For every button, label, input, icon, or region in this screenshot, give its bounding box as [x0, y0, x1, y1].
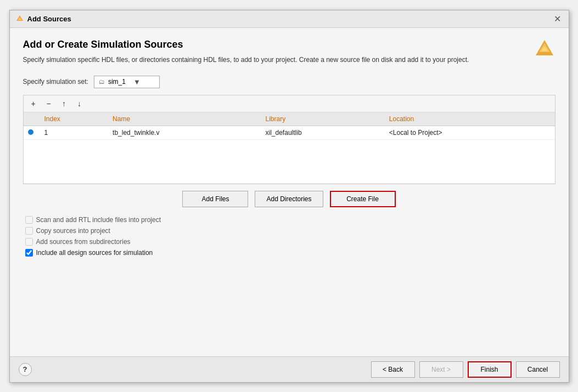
add-subdirs-checkbox[interactable] — [25, 238, 33, 246]
remove-file-toolbar-button[interactable]: − — [42, 98, 55, 110]
sim-set-folder-icon: 🗂 — [99, 78, 105, 85]
help-button[interactable]: ? — [19, 363, 32, 376]
back-button[interactable]: < Back — [371, 361, 415, 378]
option-scan-rtl: Scan and add RTL include files into proj… — [25, 216, 553, 224]
include-design-label: Include all design sources for simulatio… — [36, 249, 153, 257]
sim-set-label: Specify simulation set: — [23, 78, 88, 86]
sim-set-dropdown[interactable]: 🗂 sim_1 ▼ — [94, 76, 160, 88]
action-buttons-row: Add Files Add Directories Create File — [23, 191, 555, 207]
page-title: Add or Create Simulation Sources — [23, 39, 555, 50]
bottom-left: ? — [19, 363, 32, 376]
row-status-dot — [28, 129, 33, 135]
col-header-name: Name — [108, 112, 261, 126]
dialog-title: Add Sources — [27, 15, 71, 23]
add-file-toolbar-button[interactable]: + — [27, 98, 40, 110]
add-subdirs-label: Add sources from subdirectories — [36, 238, 131, 246]
create-file-button[interactable]: Create File — [330, 191, 396, 207]
copy-sources-label: Copy sources into project — [36, 227, 110, 235]
col-header-dot — [24, 112, 40, 126]
option-copy-sources: Copy sources into project — [25, 227, 553, 235]
file-table-container: + − ↑ ↓ Index Name Library Location — [23, 95, 555, 184]
add-sources-dialog: Add Sources ✕ Add or Create Simulation S… — [9, 10, 569, 383]
dropdown-arrow-icon: ▼ — [133, 78, 141, 86]
option-add-subdirs: Add sources from subdirectories — [25, 238, 553, 246]
col-header-location: Location — [385, 112, 555, 126]
file-toolbar: + − ↑ ↓ — [24, 95, 555, 112]
title-bar: Add Sources ✕ — [10, 10, 569, 28]
logo-area — [534, 38, 555, 61]
vivado-logo — [534, 38, 555, 60]
table-row[interactable]: 1 tb_led_twinkle.v xil_defaultlib <Local… — [24, 126, 555, 139]
copy-sources-checkbox[interactable] — [25, 227, 33, 235]
option-include-design: Include all design sources for simulatio… — [25, 249, 553, 257]
cancel-button[interactable]: Cancel — [516, 361, 560, 378]
scan-rtl-label: Scan and add RTL include files into proj… — [36, 216, 161, 224]
bottom-right: < Back Next > Finish Cancel — [371, 361, 560, 378]
options-area: Scan and add RTL include files into proj… — [23, 216, 555, 257]
add-directories-button[interactable]: Add Directories — [255, 191, 323, 207]
include-design-checkbox[interactable] — [25, 249, 33, 257]
sim-set-row: Specify simulation set: 🗂 sim_1 ▼ — [23, 76, 555, 88]
description: Specify simulation specific HDL files, o… — [23, 55, 555, 65]
scan-rtl-checkbox[interactable] — [25, 216, 33, 224]
table-header: Index Name Library Location — [24, 112, 555, 126]
col-header-library: Library — [261, 112, 385, 126]
table-empty-row — [24, 139, 555, 183]
sim-set-value: sim_1 — [108, 78, 126, 86]
row-name-cell: tb_led_twinkle.v — [108, 126, 261, 139]
col-header-index: Index — [40, 112, 109, 126]
bottom-bar: ? < Back Next > Finish Cancel — [10, 356, 569, 382]
row-dot-cell — [24, 126, 40, 139]
row-index-cell: 1 — [40, 126, 109, 139]
row-library-cell: xil_defaultlib — [261, 126, 385, 139]
move-down-toolbar-button[interactable]: ↓ — [73, 98, 86, 110]
close-button[interactable]: ✕ — [552, 14, 563, 24]
title-bar-left: Add Sources — [15, 14, 71, 23]
move-up-toolbar-button[interactable]: ↑ — [58, 98, 71, 110]
vivado-icon — [15, 14, 24, 23]
dialog-content: Add or Create Simulation Sources Specify… — [10, 28, 569, 279]
sources-table: Index Name Library Location 1 tb_led_twi… — [24, 112, 555, 184]
table-body: 1 tb_led_twinkle.v xil_defaultlib <Local… — [24, 126, 555, 183]
row-location-cell: <Local to Project> — [385, 126, 555, 139]
add-files-button[interactable]: Add Files — [182, 191, 248, 207]
next-button[interactable]: Next > — [419, 361, 463, 378]
finish-button[interactable]: Finish — [468, 361, 512, 378]
